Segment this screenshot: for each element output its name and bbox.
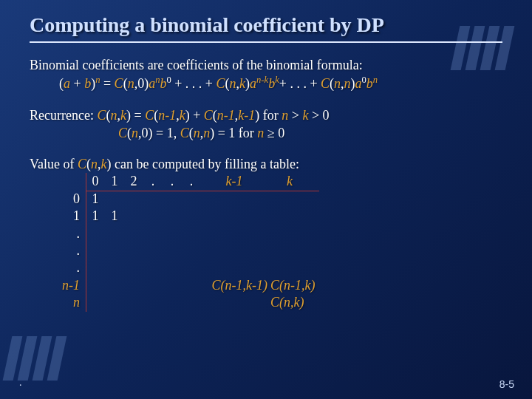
slide-title: Computing a binomial coefficient by DP [30,13,502,43]
footer-dot: . [19,377,22,389]
recurrence-base: C(n,0) = 1, C(n,n) = 1 for n ≥ 0 [30,126,284,140]
binomial-formula: (a + b)n = C(n,0)anb0 + . . . + C(n,k)an… [30,76,378,91]
table-intro-2: can be computed by filling a table: [112,157,299,171]
recurrence-block: Recurrence: C(n,k) = C(n-1,k) + C(n-1,k-… [30,106,502,143]
intro-block: Binomial coefficients are coefficients o… [30,56,502,93]
slide-content: Computing a binomial coefficient by DP B… [0,0,532,347]
intro-text: Binomial coefficients are coefficients o… [30,58,363,72]
recurrence-label: Recurrence: [30,108,97,123]
page-number: 8-5 [499,378,514,390]
dp-table: 0 1 2 . . . k-1 k 0 1 1 11 . . [59,173,312,311]
table-grid: 0 1 2 . . . k-1 k 0 1 1 11 . . [59,173,312,311]
table-hline [86,191,319,191]
table-vline [86,173,86,311]
table-block: Value of C(n,k) can be computed by filli… [30,155,502,311]
table-intro-1: Value of [30,157,78,171]
dp-table-wrapper: 0 1 2 . . . k-1 k 0 1 1 11 . . [30,173,502,311]
